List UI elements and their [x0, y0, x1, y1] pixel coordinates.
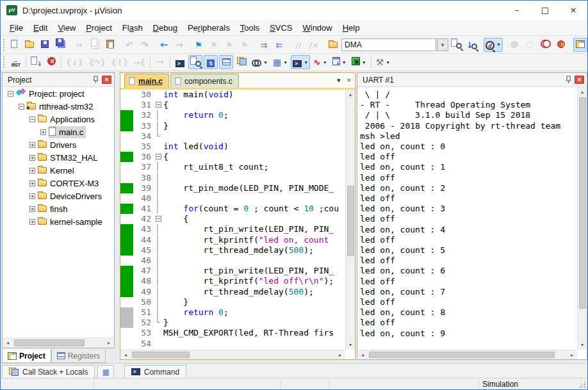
- collapse-icon[interactable]: −: [29, 117, 35, 122]
- dropdown-arrow-icon[interactable]: ▼: [323, 60, 327, 65]
- maximize-button[interactable]: □: [531, 1, 559, 20]
- expand-icon[interactable]: +: [29, 168, 35, 174]
- call-stack-window-button[interactable]: [234, 55, 249, 69]
- menu-help[interactable]: Help: [338, 21, 365, 35]
- toolbar-grip[interactable]: [3, 39, 4, 51]
- collapse-icon[interactable]: −: [19, 104, 24, 110]
- menu-svcs[interactable]: SVCS: [265, 21, 297, 35]
- analysis-window-button[interactable]: ∿▼: [311, 55, 329, 69]
- scroll-thumb[interactable]: [347, 186, 354, 256]
- dropdown-arrow-icon[interactable]: ▼: [342, 60, 347, 65]
- find-button[interactable]: d▼: [484, 38, 503, 52]
- uncomment-button[interactable]: /×: [307, 38, 321, 52]
- tools-button[interactable]: ⚒▼: [374, 55, 393, 69]
- run-to-cursor-button[interactable]: →{: [131, 55, 147, 69]
- project-hscrollbar[interactable]: ◂ ▸: [3, 337, 114, 348]
- bookmark-next-button[interactable]: ⚑: [207, 38, 221, 52]
- dropdown-arrow-icon[interactable]: ▼: [263, 60, 268, 65]
- uart-vscrollbar[interactable]: ▴ ▾: [577, 87, 587, 350]
- run-button[interactable]: ↓: [29, 55, 43, 69]
- save-all-button[interactable]: [53, 38, 67, 52]
- disassembly-window-button[interactable]: [188, 55, 202, 69]
- scroll-left-icon[interactable]: ◂: [3, 338, 13, 348]
- bookmark-clear-all-button[interactable]: ⚑: [238, 38, 252, 52]
- stop-button[interactable]: [44, 55, 58, 69]
- indent-button[interactable]: ⇉: [257, 38, 271, 52]
- fold-collapse-icon[interactable]: −: [155, 214, 163, 224]
- find-in-files-window-button[interactable]: [449, 38, 463, 52]
- scroll-down-icon[interactable]: ▾: [346, 340, 355, 350]
- tab-memory[interactable]: ▦: [97, 365, 113, 379]
- tree-item-drivers[interactable]: +Drivers: [3, 138, 114, 151]
- enable-breakpoint-button[interactable]: [523, 38, 537, 52]
- find-in-files-button[interactable]: [326, 38, 340, 52]
- step-out-button[interactable]: {↑}: [109, 55, 130, 69]
- uart-output[interactable]: \ | /- RT - Thread Operating System / | …: [357, 87, 577, 350]
- scroll-thumb[interactable]: [369, 352, 555, 358]
- tree-item-kernel-sample[interactable]: +kernel-sample: [3, 215, 114, 228]
- navigate-forward-button[interactable]: →: [172, 38, 186, 52]
- editor-tab-main-c[interactable]: main.c: [124, 74, 169, 88]
- dropdown-arrow-icon[interactable]: ▼: [496, 42, 501, 47]
- menu-peripherals[interactable]: Peripherals: [183, 21, 235, 35]
- reset-button[interactable]: ←RST: [9, 55, 23, 69]
- scroll-right-icon[interactable]: ▸: [104, 338, 114, 348]
- expand-icon[interactable]: +: [29, 155, 35, 161]
- new-file-button[interactable]: [7, 38, 21, 52]
- pin-icon[interactable]: [91, 76, 100, 85]
- scroll-right-icon[interactable]: ▸: [335, 350, 345, 359]
- system-viewer-button[interactable]: ▼: [331, 55, 348, 69]
- tree-item-project-project[interactable]: −Project: project: [3, 87, 114, 100]
- manage-windows-button[interactable]: [573, 38, 587, 52]
- show-next-statement-button[interactable]: →: [153, 55, 167, 69]
- tree-item-devicedrivers[interactable]: +DeviceDrivers: [3, 190, 114, 202]
- fold-collapse-icon[interactable]: −: [155, 152, 163, 162]
- editor-close-icon[interactable]: ×: [347, 76, 351, 85]
- dropdown-arrow-icon[interactable]: ▼: [386, 60, 390, 65]
- bookmark-previous-button[interactable]: ⚑: [222, 38, 236, 52]
- resize-grip[interactable]: [579, 381, 585, 387]
- menu-view[interactable]: View: [53, 21, 81, 35]
- uart-panel-close-icon[interactable]: ×: [575, 76, 584, 84]
- code-editor[interactable]: 30int main(void)31−{32│ return 0;33│}34└…: [120, 90, 345, 350]
- disable-all-breakpoints-button[interactable]: [554, 38, 568, 52]
- save-button[interactable]: [38, 38, 52, 52]
- menu-file[interactable]: File: [4, 21, 28, 35]
- scroll-thumb[interactable]: [132, 352, 190, 358]
- tab-command[interactable]: > Command: [124, 365, 186, 379]
- redo-button[interactable]: ↷: [138, 38, 152, 52]
- memory-window-button[interactable]: ▦▼: [271, 55, 290, 69]
- scroll-thumb[interactable]: [14, 339, 85, 346]
- tree-item-finsh[interactable]: +finsh: [3, 202, 114, 215]
- step-button[interactable]: {↓}: [64, 55, 85, 69]
- undo-button[interactable]: ↶: [122, 38, 136, 52]
- tab-registers[interactable]: Registers: [51, 349, 106, 363]
- editor-vscrollbar[interactable]: ▴ ▾: [345, 90, 355, 350]
- tree-item-stm32-hal[interactable]: +STM32_HAL: [3, 151, 114, 164]
- scroll-down-icon[interactable]: ▾: [578, 340, 587, 350]
- scroll-left-icon[interactable]: ◂: [357, 350, 368, 359]
- kill-all-breakpoints-button[interactable]: [539, 38, 553, 52]
- dropdown-arrow-icon[interactable]: ▼: [304, 60, 308, 65]
- expand-icon[interactable]: +: [29, 219, 35, 225]
- scroll-up-icon[interactable]: ▴: [346, 90, 355, 99]
- bookmark-toggle-button[interactable]: ⚑: [192, 38, 206, 52]
- menu-tools[interactable]: Tools: [235, 21, 265, 35]
- symbol-window-button[interactable]: S: [204, 55, 218, 69]
- dropdown-arrow-icon[interactable]: ▼: [362, 60, 366, 65]
- expand-icon[interactable]: +: [29, 193, 35, 199]
- editor-hscrollbar[interactable]: ◂ ▸: [120, 350, 345, 359]
- tab-call-stack-locals[interactable]: Call Stack + Locals: [2, 365, 95, 379]
- insert-breakpoint-button[interactable]: [508, 38, 522, 52]
- cut-button[interactable]: ✂: [72, 38, 86, 52]
- minimize-button[interactable]: –: [503, 1, 531, 20]
- toolbar-grip[interactable]: [3, 56, 6, 68]
- tree-item-kernel[interactable]: +Kernel: [3, 164, 114, 177]
- expand-icon[interactable]: +: [40, 129, 46, 135]
- scroll-thumb[interactable]: [579, 97, 586, 309]
- expand-icon[interactable]: +: [29, 181, 35, 186]
- tree-item-rtthread-stm32[interactable]: −rtthread-stm32: [3, 100, 114, 113]
- project-panel-close-icon[interactable]: ×: [102, 76, 111, 84]
- uart-hscrollbar[interactable]: ◂ ▸: [357, 350, 577, 359]
- tree-item-cortex-m3[interactable]: +CORTEX-M3: [3, 177, 114, 190]
